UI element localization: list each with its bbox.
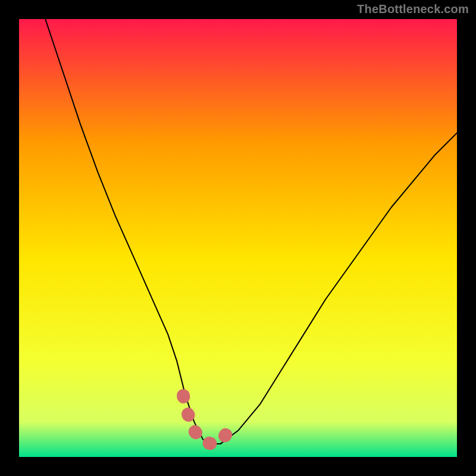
attribution-text: TheBottleneck.com: [357, 2, 469, 16]
chart-svg: [19, 19, 457, 457]
chart-plot-area: [19, 19, 457, 457]
chart-frame: TheBottleneck.com: [0, 0, 476, 476]
gradient-background: [19, 19, 457, 457]
